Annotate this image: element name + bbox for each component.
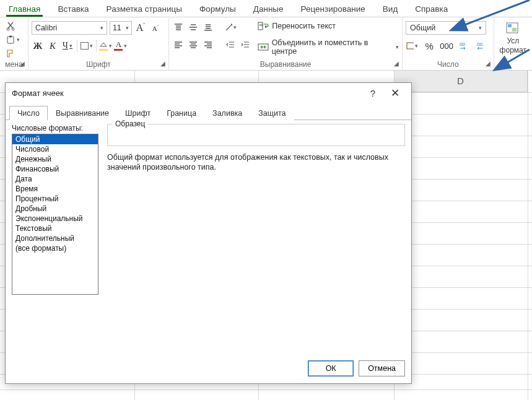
svg-rect-12	[512, 28, 517, 32]
category-item-number[interactable]: Числовой	[12, 144, 98, 154]
paste-button[interactable]: ▾	[6, 35, 20, 45]
number-format-value: Общий	[410, 24, 435, 32]
cancel-button[interactable]: Отмена	[359, 360, 405, 376]
dialog-tab-font[interactable]: Шрифт	[117, 106, 159, 120]
dialog-footer: ОК Отмена	[6, 359, 411, 383]
sample-label: Образец	[113, 120, 147, 128]
svg-text:ab: ab	[259, 23, 264, 27]
alignment-launcher[interactable]: ◢	[392, 60, 401, 69]
underline-button[interactable]: Ч▾	[61, 40, 74, 52]
chevron-down-icon: ▾	[17, 37, 20, 43]
category-item-currency[interactable]: Денежный	[12, 154, 98, 164]
increase-decimal-button[interactable]: .00	[458, 40, 470, 52]
borders-button[interactable]: ▾	[81, 40, 93, 52]
chevron-down-icon: ▾	[90, 43, 93, 49]
clipboard-launcher[interactable]: ◢	[18, 60, 27, 69]
orientation-button[interactable]: ▾	[224, 21, 237, 33]
wrap-text-button[interactable]: ab Переносить текст	[258, 21, 399, 31]
percent-button[interactable]: %	[423, 40, 435, 52]
category-item-general[interactable]: Общий	[12, 134, 98, 144]
category-item-custom[interactable]: (все форматы)	[12, 243, 98, 253]
category-item-time[interactable]: Время	[12, 184, 98, 194]
group-label-number: Число	[406, 59, 491, 70]
cond-format-label2: формат	[500, 46, 526, 54]
category-item-scientific[interactable]: Экспоненциальный	[12, 214, 98, 224]
chevron-down-icon: ▾	[126, 25, 129, 31]
align-right-button[interactable]	[202, 38, 214, 51]
cut-button[interactable]	[6, 21, 15, 31]
svg-text:.00: .00	[458, 41, 466, 47]
group-font: Calibri ▾ 11 ▾ Aˆ Aˇ Ж К	[28, 17, 169, 70]
grow-font-button[interactable]: Aˆ	[134, 22, 147, 34]
group-clipboard: ▾ мена ◢	[0, 17, 28, 70]
align-bottom-button[interactable]	[202, 21, 214, 33]
group-label-font: Шрифт	[32, 59, 165, 70]
comma-button[interactable]: 000	[440, 40, 453, 52]
font-launcher[interactable]: ◢	[159, 60, 167, 69]
merge-center-label: Объединить и поместить в центре	[272, 38, 391, 56]
increase-indent-button[interactable]	[239, 38, 251, 51]
chevron-down-icon: ▾	[479, 25, 482, 31]
decrease-indent-button[interactable]	[224, 38, 237, 51]
dialog-tabs: Число Выравнивание Шрифт Граница Заливка…	[6, 103, 411, 120]
dialog-titlebar: Формат ячеек ? ✕	[6, 83, 411, 103]
group-styles-partial: Усл формат	[494, 17, 532, 70]
wrap-text-label: Переносить текст	[272, 22, 336, 30]
ribbon-tab-page-layout[interactable]: Разметка страницы	[98, 1, 191, 17]
ribbon-tab-formulas[interactable]: Формулы	[191, 1, 245, 17]
chevron-down-icon: ▾	[396, 44, 399, 50]
category-item-date[interactable]: Дата	[12, 174, 98, 184]
sample-box: Образец	[107, 124, 405, 146]
number-launcher[interactable]: ◢	[484, 60, 492, 69]
font-size-value: 11	[113, 24, 121, 32]
ribbon-tab-insert[interactable]: Вставка	[49, 1, 97, 17]
align-middle-button[interactable]	[187, 21, 199, 33]
category-item-text[interactable]: Текстовый	[12, 224, 98, 233]
chevron-down-icon: ▾	[124, 43, 127, 49]
shrink-font-button[interactable]: Aˇ	[149, 22, 162, 34]
align-left-button[interactable]	[172, 38, 185, 51]
ribbon-tab-data[interactable]: Данные	[245, 1, 292, 17]
category-item-percentage[interactable]: Процентный	[12, 194, 98, 204]
category-item-accounting[interactable]: Финансовый	[12, 164, 98, 174]
align-center-button[interactable]	[187, 38, 199, 51]
svg-rect-7	[407, 43, 414, 49]
dialog-title: Формат ячеек	[12, 89, 64, 98]
chevron-down-icon: ▾	[100, 25, 103, 31]
dialog-close-button[interactable]: ✕	[384, 84, 406, 102]
ribbon-tab-review[interactable]: Рецензирование	[292, 1, 374, 17]
accounting-format-button[interactable]: ▾	[406, 40, 418, 52]
format-cells-dialog: Формат ячеек ? ✕ Число Выравнивание Шриф…	[5, 82, 412, 384]
align-top-button[interactable]	[172, 21, 185, 33]
ok-button[interactable]: ОК	[308, 360, 354, 376]
fill-color-button[interactable]: ▾	[100, 40, 112, 52]
dialog-help-button[interactable]: ?	[362, 84, 384, 102]
svg-rect-11	[508, 24, 512, 27]
format-painter-button[interactable]	[6, 48, 15, 58]
dialog-tab-alignment[interactable]: Выравнивание	[48, 106, 117, 120]
bold-button[interactable]: Ж	[32, 40, 44, 52]
category-item-special[interactable]: Дополнительный	[12, 233, 98, 243]
decrease-decimal-button[interactable]: .00	[475, 40, 487, 52]
category-listbox[interactable]: Общий Числовой Денежный Финансовый Дата …	[12, 134, 98, 295]
group-alignment: ▾ ab Переносить текст Объ	[169, 17, 403, 70]
chevron-down-icon: ▾	[233, 24, 237, 30]
merge-cells-icon	[258, 42, 268, 52]
italic-button[interactable]: К	[46, 40, 59, 52]
ribbon-tab-view[interactable]: Вид	[374, 1, 406, 17]
category-item-fraction[interactable]: Дробный	[12, 204, 98, 214]
merge-center-button[interactable]: Объединить и поместить в центре ▾	[258, 38, 399, 56]
font-color-button[interactable]: A ▾	[115, 40, 127, 52]
ribbon-tab-help[interactable]: Справка	[406, 1, 456, 17]
dialog-tab-number[interactable]: Число	[9, 106, 48, 120]
group-label-alignment: Выравнивание	[172, 59, 399, 70]
categories-label: Числовые форматы:	[12, 124, 98, 133]
svg-rect-6	[258, 44, 268, 50]
font-size-select[interactable]: 11 ▾	[110, 21, 132, 35]
ribbon-tab-home[interactable]: Главная	[0, 1, 49, 17]
dialog-tab-protection[interactable]: Защита	[250, 106, 294, 120]
dialog-tab-border[interactable]: Граница	[159, 106, 204, 120]
dialog-tab-fill[interactable]: Заливка	[204, 106, 250, 120]
number-format-select[interactable]: Общий ▾	[406, 21, 486, 35]
font-name-select[interactable]: Calibri ▾	[32, 21, 107, 35]
